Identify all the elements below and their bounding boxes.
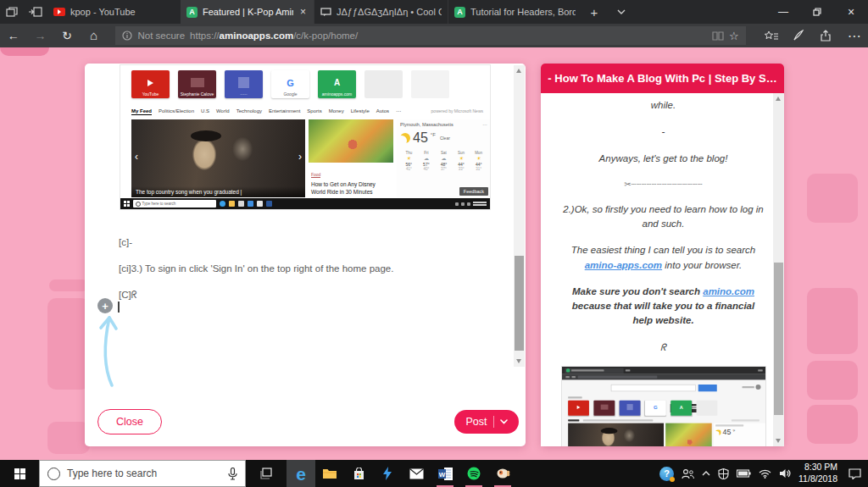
amino-favicon: A bbox=[186, 7, 198, 18]
scroll-down-icon[interactable] bbox=[516, 359, 521, 363]
hidden-icons-chevron[interactable] bbox=[702, 471, 710, 476]
web-note-pen-icon[interactable] bbox=[785, 30, 813, 42]
msn-nav-item[interactable]: Technology bbox=[236, 108, 262, 113]
start-button[interactable] bbox=[0, 460, 39, 487]
feedback-button[interactable]: Feedback bbox=[459, 187, 488, 196]
minimize-button[interactable]: — bbox=[766, 0, 800, 24]
aminoapps-link[interactable]: amino-apps.com bbox=[585, 260, 662, 270]
msn-nav-item[interactable]: Money bbox=[329, 108, 344, 113]
msn-nav-item[interactable]: My Feed bbox=[131, 108, 152, 115]
favorites-hub-icon[interactable] bbox=[758, 30, 786, 42]
spotify-icon bbox=[467, 467, 481, 480]
editor-line[interactable]: [c]- bbox=[119, 237, 132, 247]
share-icon[interactable] bbox=[813, 30, 841, 42]
favorite-star-icon[interactable]: ☆ bbox=[729, 30, 739, 42]
blog-title-bar[interactable]: - How To Make A Blog With Pc | Step By S… bbox=[541, 64, 784, 93]
close-tab-icon[interactable]: × bbox=[298, 6, 308, 18]
action-center-icon[interactable] bbox=[849, 468, 861, 479]
speaker-icon[interactable] bbox=[779, 468, 791, 479]
msn-tile-empty[interactable] bbox=[364, 70, 403, 98]
weather-menu-icon[interactable]: ⋯ bbox=[483, 122, 488, 127]
taskbar-mail-button[interactable] bbox=[402, 460, 431, 487]
taskbar-explorer-button[interactable] bbox=[315, 460, 344, 487]
blog-image-screenshot[interactable]: G A bbox=[562, 367, 765, 446]
back-icon[interactable]: ← bbox=[0, 24, 27, 47]
msn-weather-card[interactable]: Plymouth, Massachusetts ⋯ 45 °F Clear Th… bbox=[397, 119, 490, 197]
msn-nav-item[interactable]: Sports bbox=[307, 108, 321, 113]
chat-favicon bbox=[320, 8, 331, 17]
close-button[interactable]: Close bbox=[97, 409, 162, 434]
msn-nav-item[interactable]: Lifestyle bbox=[351, 108, 370, 113]
msn-nav-more[interactable]: ⋯ bbox=[396, 108, 401, 113]
carousel-right-icon[interactable]: › bbox=[298, 151, 302, 163]
restore-button[interactable] bbox=[800, 0, 834, 24]
taskbar-store-button[interactable] bbox=[344, 460, 373, 487]
chevron-down-icon[interactable] bbox=[500, 419, 508, 424]
new-tab-button[interactable]: + bbox=[581, 0, 607, 24]
edge-icon bbox=[220, 201, 225, 207]
taskbar-clownfish-button[interactable] bbox=[488, 460, 517, 487]
amino-link[interactable]: amino.com bbox=[703, 286, 754, 296]
taskbar-search-box[interactable]: Type here to search bbox=[39, 460, 246, 487]
msn-tile-site[interactable]: ····· bbox=[225, 70, 263, 98]
taskbar-clock[interactable]: 8:30 PM 11/8/2018 bbox=[798, 462, 837, 484]
browser-tab[interactable]: A Tutorial for Headers, Border bbox=[448, 0, 581, 24]
msn-tile-google[interactable]: GGoogle bbox=[271, 70, 309, 98]
msn-nav-item[interactable]: Autos bbox=[376, 108, 389, 113]
scrollbar-thumb[interactable] bbox=[515, 256, 524, 351]
info-icon[interactable] bbox=[122, 30, 132, 41]
forward-icon[interactable]: → bbox=[27, 24, 54, 47]
search-placeholder: Type here to search bbox=[67, 468, 221, 479]
tab-title: Tutorial for Headers, Border bbox=[470, 7, 576, 17]
tabs-preview-icon[interactable] bbox=[0, 0, 24, 24]
battery-icon[interactable] bbox=[737, 469, 751, 478]
browser-tab-active[interactable]: A Featured | K-Pop Amino × bbox=[181, 0, 314, 24]
taskbar-word-button[interactable]: W bbox=[431, 460, 459, 487]
browser-tab[interactable]: kpop - YouTube bbox=[47, 0, 181, 24]
msn-nav-item[interactable]: Politics/Election bbox=[159, 108, 194, 113]
taskbar-spotify-button[interactable] bbox=[459, 460, 488, 487]
carousel-left-icon[interactable]: ‹ bbox=[135, 151, 138, 163]
tab-title: JΔƒƒΔGΔʒΔηΙΔη • Cool Cha bbox=[337, 7, 442, 17]
msn-tile-empty[interactable] bbox=[411, 70, 449, 98]
reading-view-icon[interactable] bbox=[712, 31, 724, 41]
msn-nav-item[interactable]: Entertainment bbox=[269, 108, 300, 113]
msn-tile-amino[interactable]: Aaminoapps.com bbox=[318, 70, 356, 98]
post-button[interactable]: Post bbox=[454, 410, 519, 434]
home-icon[interactable]: ⌂ bbox=[81, 24, 108, 47]
post-label: Post bbox=[465, 416, 487, 428]
blog-viewer-panel: - How To Make A Blog With Pc | Step By S… bbox=[541, 64, 784, 446]
taskbar-edge-button[interactable]: e bbox=[287, 460, 315, 487]
panel-scrollbar[interactable] bbox=[773, 93, 784, 446]
msn-tile-youtube[interactable]: YouTube bbox=[131, 70, 170, 98]
defender-icon[interactable] bbox=[718, 468, 729, 479]
scroll-up-icon[interactable] bbox=[776, 97, 781, 101]
msn-nav-item[interactable]: World bbox=[216, 108, 230, 113]
task-view-button[interactable] bbox=[253, 460, 281, 487]
set-tabs-aside-icon[interactable] bbox=[24, 0, 47, 24]
msn-mid-story[interactable]: Food How to Get on Any Disney World Ride… bbox=[309, 119, 393, 197]
editor-scrollbar[interactable] bbox=[514, 65, 525, 367]
close-window-button[interactable]: × bbox=[834, 0, 868, 24]
microphone-icon[interactable] bbox=[228, 468, 237, 480]
msn-nav-item[interactable]: U.S bbox=[201, 108, 209, 113]
scroll-down-icon[interactable] bbox=[776, 439, 781, 443]
msn-hero-story[interactable]: ‹ › The top country song when you gradua… bbox=[131, 119, 305, 197]
story-category[interactable]: Food bbox=[311, 172, 320, 178]
browser-tab[interactable]: JΔƒƒΔGΔʒΔηΙΔη • Cool Cha bbox=[314, 0, 448, 24]
start-icon bbox=[124, 201, 130, 207]
people-icon[interactable] bbox=[682, 468, 694, 479]
settings-more-icon[interactable]: ⋯ bbox=[840, 28, 868, 44]
refresh-icon[interactable]: ↻ bbox=[53, 24, 81, 47]
scroll-up-icon[interactable] bbox=[516, 69, 521, 73]
editor-line[interactable]: [C]ᖇ bbox=[119, 290, 137, 301]
wifi-icon[interactable] bbox=[759, 469, 771, 479]
editor-line[interactable]: [ci]3.) To sign in click 'Sign In' on th… bbox=[119, 263, 393, 274]
taskbar-lightning-button[interactable] bbox=[373, 460, 402, 487]
msn-tile-site[interactable]: Stephanie Calove bbox=[178, 70, 216, 98]
bg-ghost-text bbox=[49, 279, 88, 291]
scrollbar-thumb[interactable] bbox=[774, 263, 783, 415]
get-help-icon[interactable]: ? bbox=[659, 467, 674, 481]
address-bar[interactable]: Not secure https://aminoapps.com/c/k-pop… bbox=[115, 26, 745, 45]
tab-list-chevron-icon[interactable] bbox=[607, 0, 636, 24]
